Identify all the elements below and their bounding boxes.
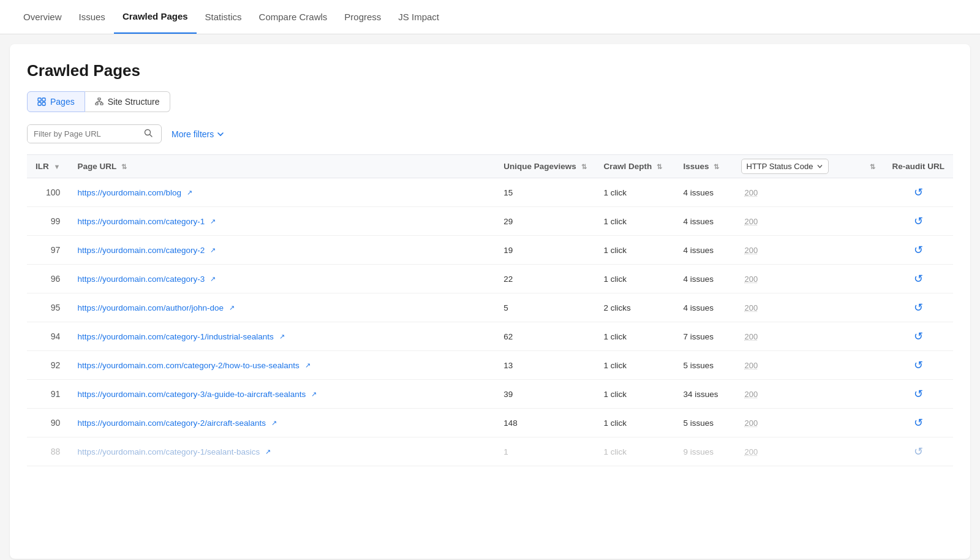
col-header-unique-pageviews[interactable]: Unique Pageviews ⇅	[495, 155, 595, 178]
nav-item-progress[interactable]: Progress	[336, 1, 390, 33]
nav-item-js-impact[interactable]: JS Impact	[390, 1, 448, 33]
nav-item-issues[interactable]: Issues	[70, 1, 114, 33]
url-cell-0: https://yourdomain.com/blog ↗	[69, 178, 495, 207]
external-link-icon-1: ↗	[210, 218, 216, 225]
page-url-link-9[interactable]: https://yourdomain.com/category-1/sealan…	[77, 447, 260, 456]
col-header-ilr[interactable]: ILR ▼	[27, 155, 69, 178]
svg-line-12	[150, 135, 153, 137]
pageviews-cell-3: 22	[495, 265, 595, 293]
more-filters-label: More filters	[172, 129, 214, 139]
col-header-sort-extra[interactable]: ⇅	[859, 155, 884, 178]
site-structure-view-button[interactable]: Site Structure	[85, 91, 170, 112]
url-cell-9: https://yourdomain.com/category-1/sealan…	[69, 437, 495, 466]
table-row: 88 https://yourdomain.com/category-1/sea…	[27, 437, 953, 466]
col-header-issues[interactable]: Issues ⇅	[675, 155, 736, 178]
url-cell-1: https://yourdomain.com/category-1 ↗	[69, 207, 495, 236]
sort-extra-cell-5	[859, 322, 884, 351]
issues-cell-8: 5 issues	[675, 409, 736, 437]
pages-view-button[interactable]: Pages	[27, 91, 85, 112]
http-extra-sort-icon: ⇅	[870, 163, 875, 170]
nav-item-overview[interactable]: Overview	[15, 1, 70, 33]
table-body: 100 https://yourdomain.com/blog ↗ 15 1 c…	[27, 178, 953, 466]
filter-input[interactable]	[28, 125, 138, 143]
reaudit-button-4[interactable]: ↺	[914, 301, 923, 314]
svg-rect-4	[98, 98, 100, 100]
external-link-icon-8: ↗	[271, 419, 277, 426]
pageviews-cell-5: 62	[495, 322, 595, 351]
more-filters-button[interactable]: More filters	[172, 129, 224, 139]
external-link-icon-7: ↗	[311, 390, 317, 398]
reaudit-cell-2: ↺	[884, 236, 954, 265]
status-cell-9: 200	[736, 437, 859, 466]
depth-cell-8: 1 click	[595, 409, 675, 437]
top-nav: Overview Issues Crawled Pages Statistics…	[0, 0, 980, 34]
status-cell-6: 200	[736, 351, 859, 380]
page-url-link-1[interactable]: https://yourdomain.com/category-1	[77, 217, 205, 226]
reaudit-button-5[interactable]: ↺	[914, 330, 923, 343]
http-status-dropdown[interactable]: HTTP Status Code	[741, 159, 829, 174]
page-url-link-4[interactable]: https://yourdomain.com/author/john-doe	[77, 303, 224, 312]
nav-item-crawled-pages[interactable]: Crawled Pages	[114, 0, 197, 34]
url-cell-7: https://yourdomain.com/category-3/a-guid…	[69, 380, 495, 409]
col-header-crawl-depth[interactable]: Crawl Depth ⇅	[595, 155, 675, 178]
depth-cell-6: 1 click	[595, 351, 675, 380]
filter-search-button[interactable]	[138, 125, 159, 143]
sort-extra-cell-9	[859, 437, 884, 466]
page-url-link-5[interactable]: https://yourdomain.com/category-1/indust…	[77, 332, 273, 341]
ilr-cell-7: 91	[27, 380, 69, 409]
pages-icon	[37, 97, 46, 106]
status-cell-3: 200	[736, 265, 859, 293]
ilr-cell-9: 88	[27, 437, 69, 466]
reaudit-button-2[interactable]: ↺	[914, 243, 923, 257]
ilr-cell-8: 90	[27, 409, 69, 437]
page-url-link-8[interactable]: https://yourdomain.com/category-2/aircra…	[77, 418, 266, 428]
url-cell-5: https://yourdomain.com/category-1/indust…	[69, 322, 495, 351]
pageviews-cell-9: 1	[495, 437, 595, 466]
col-header-http-status[interactable]: HTTP Status Code	[736, 155, 859, 178]
sort-extra-cell-8	[859, 409, 884, 437]
svg-rect-5	[96, 103, 98, 105]
page-url-link-3[interactable]: https://yourdomain.com/category-3	[77, 274, 205, 284]
reaudit-button-8[interactable]: ↺	[914, 416, 923, 429]
ilr-cell-2: 97	[27, 236, 69, 265]
reaudit-cell-9: ↺	[884, 437, 954, 466]
external-link-icon-9: ↗	[265, 448, 271, 455]
table-row: 95 https://yourdomain.com/author/john-do…	[27, 293, 953, 322]
status-cell-8: 200	[736, 409, 859, 437]
nav-item-statistics[interactable]: Statistics	[197, 1, 251, 33]
reaudit-button-6[interactable]: ↺	[914, 358, 923, 372]
table-header-row: ILR ▼ Page URL ⇅ Unique Pageviews ⇅ Craw…	[27, 155, 953, 178]
page-url-link-2[interactable]: https://yourdomain.com/category-2	[77, 246, 205, 255]
page-url-link-6[interactable]: https://yourdomain.com.com/category-2/ho…	[77, 361, 299, 370]
page-url-link-7[interactable]: https://yourdomain.com/category-3/a-guid…	[77, 390, 306, 399]
reaudit-button-3[interactable]: ↺	[914, 272, 923, 286]
site-structure-icon	[95, 97, 104, 106]
page-url-link-0[interactable]: https://yourdomain.com/blog	[77, 188, 181, 197]
pageviews-cell-0: 15	[495, 178, 595, 207]
reaudit-cell-0: ↺	[884, 178, 954, 207]
reaudit-cell-4: ↺	[884, 293, 954, 322]
url-cell-8: https://yourdomain.com/category-2/aircra…	[69, 409, 495, 437]
reaudit-button-1[interactable]: ↺	[914, 214, 923, 228]
col-header-page-url[interactable]: Page URL ⇅	[69, 155, 495, 178]
reaudit-button-0[interactable]: ↺	[914, 186, 923, 199]
reaudit-button-9[interactable]: ↺	[914, 445, 923, 458]
table-row: 97 https://yourdomain.com/category-2 ↗ 1…	[27, 236, 953, 265]
reaudit-button-7[interactable]: ↺	[914, 387, 923, 401]
sort-extra-cell-6	[859, 351, 884, 380]
page-url-sort-icon: ⇅	[121, 163, 127, 170]
ilr-cell-0: 100	[27, 178, 69, 207]
page-title: Crawled Pages	[27, 61, 953, 80]
external-link-icon-4: ↗	[229, 304, 235, 311]
nav-item-compare-crawls[interactable]: Compare Crawls	[251, 1, 336, 33]
issues-cell-7: 34 issues	[675, 380, 736, 409]
external-link-icon-2: ↗	[210, 246, 216, 254]
svg-rect-3	[42, 102, 45, 105]
status-cell-4: 200	[736, 293, 859, 322]
depth-cell-4: 2 clicks	[595, 293, 675, 322]
external-link-icon-3: ↗	[210, 275, 216, 282]
reaudit-cell-6: ↺	[884, 351, 954, 380]
ilr-cell-4: 95	[27, 293, 69, 322]
issues-sort-icon: ⇅	[714, 163, 719, 170]
search-icon	[144, 129, 153, 137]
